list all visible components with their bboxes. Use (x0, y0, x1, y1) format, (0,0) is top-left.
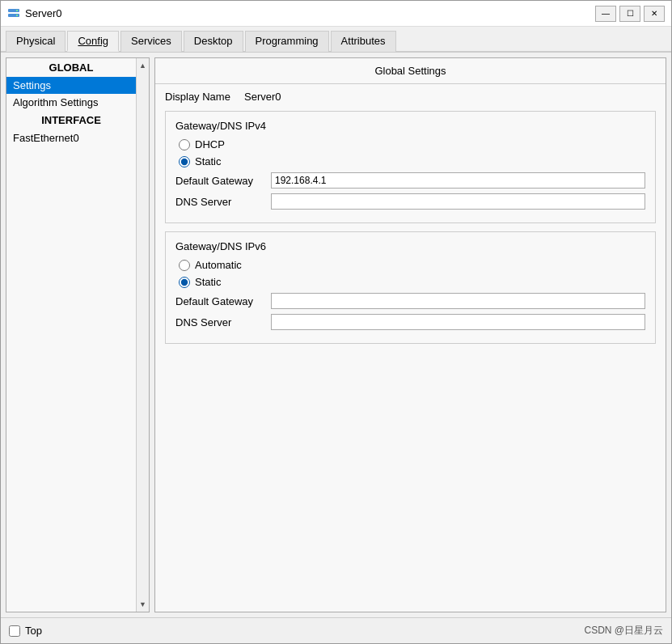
ipv4-section: Gateway/DNS IPv4 DHCP Static Default Gat… (165, 111, 656, 223)
tab-physical[interactable]: Physical (6, 31, 66, 52)
nav-algorithm-settings[interactable]: Algorithm Settings (6, 94, 136, 111)
bottom-bar: Top CSDN @日星月云 (1, 617, 671, 643)
global-header: GLOBAL (6, 58, 136, 77)
bottom-left: Top (9, 625, 42, 637)
tab-config[interactable]: Config (67, 31, 119, 52)
ipv6-gateway-row: Default Gateway (175, 293, 645, 309)
display-name-label: Display Name (165, 91, 238, 103)
ipv4-gateway-label: Default Gateway (175, 175, 264, 187)
ipv6-static-radio[interactable] (179, 277, 190, 288)
top-checkbox[interactable] (9, 625, 20, 637)
ipv6-dns-label: DNS Server (175, 316, 264, 328)
window-title: Server0 (25, 7, 62, 19)
ipv6-gateway-label: Default Gateway (175, 295, 264, 307)
tab-services[interactable]: Services (120, 31, 182, 52)
display-name-value: Server0 (244, 91, 281, 103)
ipv4-static-label: Static (195, 155, 222, 167)
scroll-down-arrow[interactable]: ▼ (137, 599, 149, 610)
ipv4-dns-input[interactable] (271, 193, 645, 210)
ipv6-automatic-row: Automatic (175, 259, 645, 271)
tab-desktop[interactable]: Desktop (184, 31, 243, 52)
ipv6-gateway-input[interactable] (271, 293, 645, 309)
ipv4-dns-label: DNS Server (175, 196, 264, 208)
ipv4-static-row: Static (175, 155, 645, 167)
ipv4-gateway-row: Default Gateway (175, 172, 645, 189)
title-bar-left: Server0 (7, 7, 62, 20)
tab-programming[interactable]: Programming (245, 31, 329, 52)
nav-settings[interactable]: Settings (6, 77, 136, 94)
right-panel-content: Display Name Server0 Gateway/DNS IPv4 DH… (155, 84, 666, 612)
nav-fastethernet[interactable]: FastEthernet0 (6, 129, 136, 146)
minimize-button[interactable]: — (595, 6, 616, 22)
left-panel: GLOBAL Settings Algorithm Settings INTER… (6, 57, 150, 612)
tab-attributes[interactable]: Attributes (331, 31, 396, 52)
svg-point-2 (16, 10, 18, 11)
title-controls: — ☐ ✕ (595, 6, 665, 22)
left-panel-content: GLOBAL Settings Algorithm Settings INTER… (6, 58, 136, 612)
interface-header: INTERFACE (6, 111, 136, 129)
ipv4-dhcp-label: DHCP (195, 138, 225, 150)
tab-bar: Physical Config Services Desktop Program… (1, 27, 671, 53)
ipv6-dns-row: DNS Server (175, 314, 645, 330)
display-name-row: Display Name Server0 (165, 91, 656, 103)
ipv6-automatic-label: Automatic (195, 259, 242, 271)
ipv6-dns-input[interactable] (271, 314, 645, 330)
watermark: CSDN @日星月云 (584, 624, 663, 638)
main-content: GLOBAL Settings Algorithm Settings INTER… (1, 53, 671, 617)
top-label: Top (25, 625, 42, 637)
ipv4-gateway-input[interactable] (271, 172, 645, 189)
title-bar: Server0 — ☐ ✕ (1, 1, 671, 27)
left-panel-scrollbar: ▲ ▼ (136, 58, 149, 612)
ipv4-dhcp-row: DHCP (175, 138, 645, 150)
ipv4-dhcp-radio[interactable] (179, 139, 190, 150)
maximize-button[interactable]: ☐ (619, 6, 640, 22)
ipv4-title: Gateway/DNS IPv4 (175, 120, 645, 132)
ipv6-title: Gateway/DNS IPv6 (175, 240, 645, 252)
close-button[interactable]: ✕ (644, 6, 665, 22)
scroll-up-arrow[interactable]: ▲ (137, 60, 149, 71)
ipv6-section: Gateway/DNS IPv6 Automatic Static Defaul… (165, 231, 656, 344)
ipv6-static-label: Static (195, 276, 222, 288)
ipv4-dns-row: DNS Server (175, 193, 645, 210)
server-icon (7, 7, 20, 20)
svg-point-3 (16, 15, 18, 16)
right-panel: Global Settings Display Name Server0 Gat… (154, 57, 666, 612)
ipv6-automatic-radio[interactable] (179, 260, 190, 271)
right-panel-title: Global Settings (155, 58, 666, 84)
ipv4-static-radio[interactable] (179, 156, 190, 167)
ipv6-static-row: Static (175, 276, 645, 288)
main-window: Server0 — ☐ ✕ Physical Config Services D… (0, 0, 672, 644)
